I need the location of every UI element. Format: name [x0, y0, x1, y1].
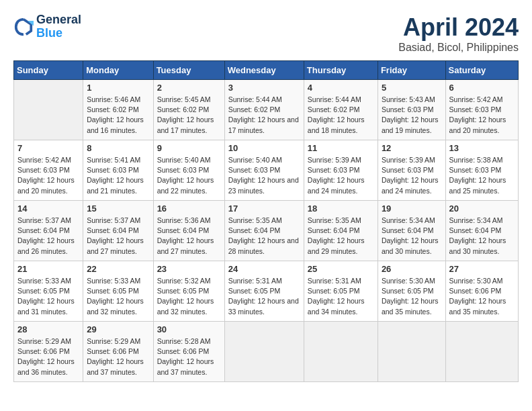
calendar-cell: 5 Sunrise: 5:43 AM Sunset: 6:03 PM Dayli…: [378, 80, 445, 140]
sunrise-text: Sunrise: 5:44 AM: [308, 95, 361, 103]
sunrise-text: Sunrise: 5:29 AM: [17, 337, 71, 345]
daylight-text: Daylight: 12 hours and 20 minutes.: [449, 116, 506, 134]
day-number: 27: [449, 264, 515, 274]
day-number: 2: [157, 83, 221, 93]
day-info: Sunrise: 5:36 AM Sunset: 6:04 PM Dayligh…: [157, 216, 221, 257]
sunset-text: Sunset: 6:02 PM: [87, 105, 139, 113]
sunset-text: Sunset: 6:04 PM: [157, 226, 210, 234]
day-number: 12: [382, 143, 442, 153]
daylight-text: Daylight: 12 hours and 35 minutes.: [382, 297, 439, 315]
daylight-text: Daylight: 12 hours and 24 minutes.: [382, 176, 439, 194]
calendar-cell: 13 Sunrise: 5:38 AM Sunset: 6:03 PM Dayl…: [445, 140, 518, 201]
calendar-cell: 22 Sunrise: 5:33 AM Sunset: 6:05 PM Dayl…: [83, 261, 153, 322]
calendar-cell: 3 Sunrise: 5:44 AM Sunset: 6:02 PM Dayli…: [224, 80, 304, 140]
sunrise-text: Sunrise: 5:32 AM: [157, 277, 211, 285]
day-info: Sunrise: 5:30 AM Sunset: 6:05 PM Dayligh…: [382, 276, 442, 317]
weekday-header-tuesday: Tuesday: [153, 61, 224, 80]
daylight-text: Daylight: 12 hours and 19 minutes.: [382, 116, 439, 134]
sunrise-text: Sunrise: 5:35 AM: [228, 216, 282, 224]
daylight-text: Daylight: 12 hours and 37 minutes.: [87, 357, 144, 375]
day-number: 25: [308, 264, 374, 274]
sunset-text: Sunset: 6:06 PM: [449, 287, 502, 295]
calendar-cell: 21 Sunrise: 5:33 AM Sunset: 6:05 PM Dayl…: [14, 261, 83, 322]
sunrise-text: Sunrise: 5:43 AM: [382, 95, 435, 103]
day-info: Sunrise: 5:43 AM Sunset: 6:03 PM Dayligh…: [382, 95, 442, 136]
calendar-cell: [304, 322, 378, 382]
sunset-text: Sunset: 6:03 PM: [308, 166, 360, 174]
sunrise-text: Sunrise: 5:42 AM: [17, 156, 71, 164]
day-number: 17: [228, 203, 300, 214]
calendar-cell: 28 Sunrise: 5:29 AM Sunset: 6:06 PM Dayl…: [14, 322, 83, 382]
day-info: Sunrise: 5:32 AM Sunset: 6:05 PM Dayligh…: [157, 276, 221, 317]
day-number: 4: [308, 83, 374, 93]
calendar-cell: 1 Sunrise: 5:46 AM Sunset: 6:02 PM Dayli…: [83, 80, 153, 140]
calendar-cell: 29 Sunrise: 5:29 AM Sunset: 6:06 PM Dayl…: [83, 322, 153, 382]
day-number: 10: [228, 143, 300, 153]
title-section: April 2024 Basiad, Bicol, Philippines: [398, 13, 519, 54]
calendar-title: April 2024: [398, 13, 519, 42]
day-number: 13: [449, 143, 515, 153]
calendar-cell: 18 Sunrise: 5:35 AM Sunset: 6:04 PM Dayl…: [304, 201, 378, 261]
calendar-cell: 19 Sunrise: 5:34 AM Sunset: 6:04 PM Dayl…: [378, 201, 445, 261]
sunset-text: Sunset: 6:03 PM: [382, 105, 434, 113]
sunset-text: Sunset: 6:05 PM: [157, 287, 210, 295]
daylight-text: Daylight: 12 hours and 16 minutes.: [87, 116, 144, 134]
calendar-table: SundayMondayTuesdayWednesdayThursdayFrid…: [13, 60, 519, 382]
sunset-text: Sunset: 6:04 PM: [17, 226, 70, 234]
daylight-text: Daylight: 12 hours and 36 minutes.: [17, 357, 75, 375]
sunrise-text: Sunrise: 5:39 AM: [308, 156, 361, 164]
day-number: 16: [157, 203, 221, 214]
sunset-text: Sunset: 6:05 PM: [228, 287, 281, 295]
daylight-text: Daylight: 12 hours and 17 minutes.: [157, 116, 214, 134]
day-number: 8: [87, 143, 149, 153]
day-info: Sunrise: 5:31 AM Sunset: 6:05 PM Dayligh…: [308, 276, 374, 317]
weekday-header-sunday: Sunday: [14, 61, 83, 80]
day-number: 11: [308, 143, 374, 153]
calendar-cell: 12 Sunrise: 5:39 AM Sunset: 6:03 PM Dayl…: [378, 140, 445, 201]
day-info: Sunrise: 5:31 AM Sunset: 6:05 PM Dayligh…: [228, 276, 300, 317]
sunset-text: Sunset: 6:06 PM: [17, 347, 70, 355]
sunrise-text: Sunrise: 5:37 AM: [87, 216, 140, 224]
calendar-header-row: SundayMondayTuesdayWednesdayThursdayFrid…: [14, 61, 519, 80]
day-number: 5: [382, 83, 442, 93]
sunset-text: Sunset: 6:04 PM: [87, 226, 139, 234]
day-number: 1: [87, 83, 149, 93]
sunrise-text: Sunrise: 5:33 AM: [87, 277, 140, 285]
day-number: 9: [157, 143, 221, 153]
daylight-text: Daylight: 12 hours and 37 minutes.: [157, 357, 214, 375]
day-info: Sunrise: 5:44 AM Sunset: 6:02 PM Dayligh…: [308, 95, 374, 136]
calendar-cell: 30 Sunrise: 5:28 AM Sunset: 6:06 PM Dayl…: [153, 322, 224, 382]
calendar-cell: 25 Sunrise: 5:31 AM Sunset: 6:05 PM Dayl…: [304, 261, 378, 322]
calendar-cell: 10 Sunrise: 5:40 AM Sunset: 6:03 PM Dayl…: [224, 140, 304, 201]
calendar-week-row: 1 Sunrise: 5:46 AM Sunset: 6:02 PM Dayli…: [14, 80, 519, 140]
logo-text: General Blue: [36, 13, 81, 40]
weekday-header-thursday: Thursday: [304, 61, 378, 80]
sunset-text: Sunset: 6:03 PM: [228, 166, 281, 174]
calendar-cell: 2 Sunrise: 5:45 AM Sunset: 6:02 PM Dayli…: [153, 80, 224, 140]
calendar-week-row: 21 Sunrise: 5:33 AM Sunset: 6:05 PM Dayl…: [14, 261, 519, 322]
sunrise-text: Sunrise: 5:35 AM: [308, 216, 361, 224]
sunset-text: Sunset: 6:02 PM: [228, 105, 281, 113]
calendar-cell: 16 Sunrise: 5:36 AM Sunset: 6:04 PM Dayl…: [153, 201, 224, 261]
day-number: 15: [87, 203, 149, 214]
day-info: Sunrise: 5:44 AM Sunset: 6:02 PM Dayligh…: [228, 95, 300, 136]
day-number: 21: [17, 264, 79, 274]
weekday-header-saturday: Saturday: [445, 61, 518, 80]
daylight-text: Daylight: 12 hours and 29 minutes.: [308, 236, 365, 255]
sunrise-text: Sunrise: 5:33 AM: [17, 277, 71, 285]
sunset-text: Sunset: 6:04 PM: [449, 226, 502, 234]
day-number: 24: [228, 264, 300, 274]
day-number: 3: [228, 83, 300, 93]
sunset-text: Sunset: 6:05 PM: [87, 287, 139, 295]
day-number: 28: [17, 324, 79, 334]
daylight-text: Daylight: 12 hours and 26 minutes.: [17, 236, 75, 255]
calendar-cell: [224, 322, 304, 382]
day-number: 26: [382, 264, 442, 274]
sunset-text: Sunset: 6:06 PM: [157, 347, 210, 355]
daylight-text: Daylight: 12 hours and 22 minutes.: [157, 176, 214, 194]
calendar-cell: 27 Sunrise: 5:30 AM Sunset: 6:06 PM Dayl…: [445, 261, 518, 322]
daylight-text: Daylight: 12 hours and 20 minutes.: [17, 176, 75, 194]
calendar-cell: [445, 322, 518, 382]
sunrise-text: Sunrise: 5:44 AM: [228, 95, 282, 103]
sunset-text: Sunset: 6:06 PM: [87, 347, 139, 355]
